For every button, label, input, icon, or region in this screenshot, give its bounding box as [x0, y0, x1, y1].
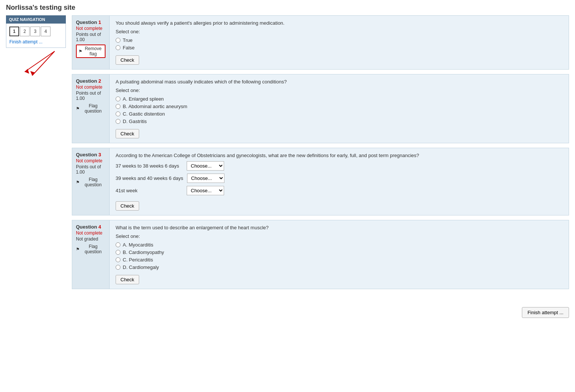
quiz-nav-header: QUIZ NAVIGATION	[6, 15, 66, 24]
question-3-body: According to the American College of Obs…	[110, 148, 569, 215]
question-4-option-1: A. Myocarditis	[116, 242, 563, 248]
question-3-match-row-2: 39 weeks and 40 weeks 6 days Choose... E…	[116, 174, 563, 183]
question-1-body: You should always verify a patient's all…	[110, 16, 569, 69]
question-4-points: Not graded	[76, 236, 105, 242]
question-1-select-one: Select one:	[116, 29, 563, 34]
question-3-match-row-3: 41st week Choose... Early term Full term…	[116, 186, 563, 195]
question-4-option-4: D. Cardiomegaly	[116, 264, 563, 270]
question-block-4: Question 4 Not complete Not graded ⚑ Fla…	[72, 220, 569, 289]
question-2-option-label-3: C. Gastic distention	[123, 111, 165, 117]
question-2-status: Not complete	[76, 85, 105, 90]
question-2-option-3: C. Gastic distention	[116, 111, 563, 117]
svg-line-1	[32, 51, 55, 76]
finish-attempt-button[interactable]: Finish attempt ...	[522, 307, 569, 318]
question-4-body: What is the term used to describe an enl…	[110, 220, 569, 289]
flag-icon-2: ⚑	[76, 106, 80, 111]
sidebar-finish-attempt-link[interactable]: Finish attempt ...	[9, 39, 62, 45]
arrow-svg	[6, 49, 66, 83]
question-2-radio-3[interactable]	[116, 111, 120, 116]
question-2-flag-label: Flag question	[81, 103, 105, 114]
question-2-radio-1[interactable]	[116, 97, 120, 101]
question-4-radio-3[interactable]	[116, 257, 120, 262]
question-2-body: A pulsating abdominal mass usually indic…	[110, 74, 569, 143]
svg-line-0	[25, 51, 55, 72]
question-1-radio-2[interactable]	[116, 45, 120, 50]
question-4-meta: Question 4 Not complete Not graded ⚑ Fla…	[72, 220, 110, 289]
question-block-1: Question 1 Not complete Points out of 1.…	[72, 15, 569, 70]
flag-icon-1: ⚑	[79, 49, 82, 54]
question-1-check-button[interactable]: Check	[116, 55, 139, 65]
question-4-option-label-3: C. Pericarditis	[123, 257, 153, 263]
question-2-title: Question 2	[76, 78, 105, 84]
question-4-flag-button[interactable]: ⚑ Flag question	[76, 244, 105, 254]
flag-icon-3: ⚑	[76, 180, 80, 185]
question-2-meta: Question 2 Not complete Points out of 1.…	[72, 74, 110, 143]
page-body: QUIZ NAVIGATION 1 2 3 4 Finish attempt .…	[0, 15, 575, 301]
nav-num-4[interactable]: 4	[41, 27, 51, 36]
question-1-option-1: True	[116, 37, 563, 43]
question-2-option-2: B. Abdominal aortic aneurysm	[116, 104, 563, 109]
question-2-option-4: D. Gastritis	[116, 119, 563, 124]
nav-num-1[interactable]: 1	[9, 27, 19, 36]
quiz-navigation-sidebar: QUIZ NAVIGATION 1 2 3 4 Finish attempt .…	[6, 15, 66, 294]
question-1-meta: Question 1 Not complete Points out of 1.…	[72, 16, 110, 69]
question-4-radio-2[interactable]	[116, 250, 120, 255]
question-3-flag-button[interactable]: ⚑ Flag question	[76, 177, 105, 187]
question-3-match-label-1: 37 weeks to 38 weeks 6 days	[116, 163, 183, 169]
question-2-radio-2[interactable]	[116, 104, 120, 109]
main-content: Question 1 Not complete Points out of 1.…	[72, 15, 569, 294]
question-4-check-button[interactable]: Check	[116, 275, 139, 284]
question-3-flag-label: Flag question	[81, 177, 105, 187]
question-4-option-label-4: D. Cardiomegaly	[123, 264, 159, 270]
question-3-match-select-1[interactable]: Choose... Early term Full term Post term	[187, 161, 224, 171]
question-3-match-select-2[interactable]: Choose... Early term Full term Post term	[187, 174, 224, 183]
question-3-match-row-1: 37 weeks to 38 weeks 6 days Choose... Ea…	[116, 161, 563, 171]
question-1-option-label-2: False	[123, 45, 135, 50]
question-4-title: Question 4	[76, 224, 105, 230]
question-4-option-2: B. Cardiomyopathy	[116, 249, 563, 255]
question-1-points: Points out of 1.00	[76, 32, 105, 42]
question-1-flag-button[interactable]: ⚑ Remove flag	[76, 45, 105, 58]
question-1-status: Not complete	[76, 26, 105, 31]
quiz-nav-body: 1 2 3 4 Finish attempt ...	[6, 24, 66, 48]
nav-num-2[interactable]: 2	[20, 27, 30, 36]
nav-numbers: 1 2 3 4	[9, 27, 62, 36]
question-4-option-3: C. Pericarditis	[116, 257, 563, 263]
question-2-check-button[interactable]: Check	[116, 129, 139, 138]
question-block-2: Question 2 Not complete Points out of 1.…	[72, 74, 569, 143]
question-2-option-1: A. Enlarged spleen	[116, 96, 563, 102]
question-2-flag-button[interactable]: ⚑ Flag question	[76, 103, 105, 114]
question-3-match-label-3: 41st week	[116, 188, 183, 193]
question-1-text: You should always verify a patient's all…	[116, 20, 563, 26]
question-1-title: Question 1	[76, 19, 105, 25]
arrow-annotation	[6, 49, 66, 83]
bottom-bar: Finish attempt ...	[0, 301, 575, 324]
flag-icon-4: ⚑	[76, 247, 80, 252]
question-3-points: Points out of 1.00	[76, 164, 105, 175]
question-3-text: According to the American College of Obs…	[116, 153, 563, 158]
question-3-match-label-2: 39 weeks and 40 weeks 6 days	[116, 175, 183, 181]
question-4-radio-1[interactable]	[116, 242, 120, 247]
question-3-match-select-3[interactable]: Choose... Early term Full term Post term	[187, 186, 224, 195]
question-3-meta: Question 3 Not complete Points out of 1.…	[72, 148, 110, 215]
question-4-radio-4[interactable]	[116, 265, 120, 270]
question-4-option-label-1: A. Myocarditis	[123, 242, 153, 248]
question-4-select-one: Select one:	[116, 233, 563, 239]
question-1-radio-1[interactable]	[116, 38, 120, 43]
question-4-status: Not complete	[76, 230, 105, 236]
question-2-option-label-4: D. Gastritis	[123, 119, 147, 124]
question-4-flag-label: Flag question	[81, 244, 105, 254]
question-4-option-label-2: B. Cardiomyopathy	[123, 249, 164, 255]
nav-num-3[interactable]: 3	[30, 27, 40, 36]
question-2-option-label-2: B. Abdominal aortic aneurysm	[123, 104, 187, 109]
question-2-option-label-1: A. Enlarged spleen	[123, 96, 164, 102]
question-block-3: Question 3 Not complete Points out of 1.…	[72, 148, 569, 215]
question-2-select-one: Select one:	[116, 88, 563, 93]
question-2-radio-4[interactable]	[116, 119, 120, 124]
question-1-option-2: False	[116, 45, 563, 50]
question-3-status: Not complete	[76, 158, 105, 163]
question-1-flag-label: Remove flag	[83, 46, 103, 56]
question-2-text: A pulsating abdominal mass usually indic…	[116, 79, 563, 85]
question-3-title: Question 3	[76, 152, 105, 157]
question-3-check-button[interactable]: Check	[116, 201, 139, 211]
